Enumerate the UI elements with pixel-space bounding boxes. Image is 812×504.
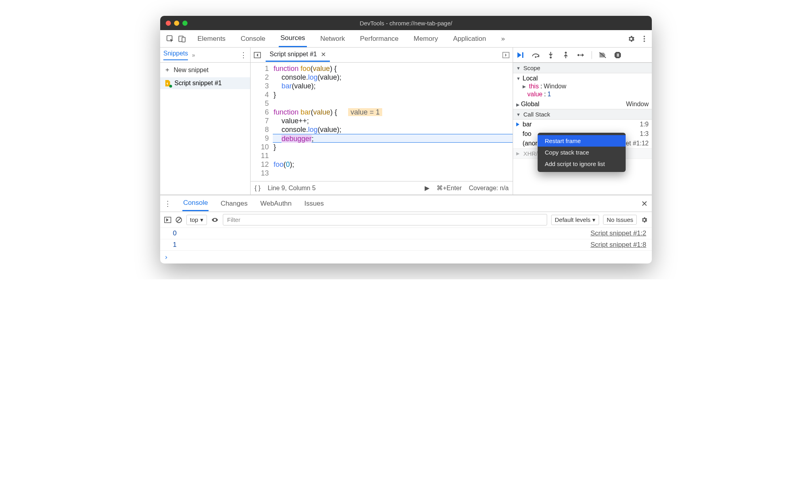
chevron-down-icon: ▾ [592,216,596,223]
live-expression-icon[interactable] [211,217,219,223]
new-snippet-label: New snippet [174,67,209,74]
svg-point-5 [643,40,645,42]
drawer: ⋮ Console Changes WebAuthn Issues ✕ top▾… [160,195,652,263]
plus-icon: ＋ [164,66,170,74]
sources-content: Snippets » ⋮ ＋ New snippet Script snippe… [160,48,652,195]
scope-section-header[interactable]: ▼Scope [513,63,652,73]
more-navigator-tabs-icon[interactable]: » [192,52,195,58]
svg-rect-8 [522,52,523,58]
window-title: DevTools - chrome://new-tab-page/ [160,20,652,27]
editor-file-label: Script snippet #1 [270,51,317,58]
code-editor[interactable]: 12345678910111213 function foo(value) { … [251,63,513,181]
tab-elements[interactable]: Elements [196,31,227,47]
tab-application[interactable]: Application [452,31,488,47]
toggle-debugger-icon[interactable] [502,52,510,59]
deactivate-breakpoints-icon[interactable] [598,52,608,59]
svg-point-10 [550,56,552,58]
svg-point-11 [565,52,567,53]
tab-console[interactable]: Console [239,31,267,47]
step-icon[interactable] [576,52,586,58]
svg-point-9 [535,56,536,58]
console-body: 0Script snippet #1:2 1Script snippet #1:… [160,228,652,263]
navigator-menu-icon[interactable]: ⋮ [240,51,247,59]
scope-global[interactable]: ▶GlobalWindow [513,99,652,109]
tab-performance[interactable]: Performance [358,31,400,47]
drawer-tab-console[interactable]: Console [182,196,209,211]
svg-rect-2 [182,37,185,42]
console-settings-icon[interactable] [641,216,648,223]
device-toggle-icon[interactable] [176,33,188,45]
pause-exceptions-icon[interactable] [613,52,623,59]
tab-network[interactable]: Network [319,31,347,47]
drawer-menu-icon[interactable]: ⋮ [164,199,171,208]
console-filter-input[interactable]: Filter [223,214,547,225]
stack-frame-bar[interactable]: bar1:9 [513,120,652,129]
log-levels-selector[interactable]: Default levels▾ [551,215,599,225]
tab-memory[interactable]: Memory [412,31,439,47]
scope-this[interactable]: ▶this: Window [516,82,649,90]
context-menu: Restart frame Copy stack trace Add scrip… [538,133,626,172]
snippet-file-label: Script snippet #1 [174,80,222,87]
devtools-window: DevTools - chrome://new-tab-page/ Elemen… [160,16,652,263]
console-log-row[interactable]: 1Script snippet #1:8 [160,239,652,251]
snippet-file-item[interactable]: Script snippet #1 [160,77,250,89]
main-toolbar: Elements Console Sources Network Perform… [160,30,652,48]
ctx-copy-stack-trace[interactable]: Copy stack trace [538,147,626,158]
drawer-tab-changes[interactable]: Changes [220,197,248,211]
settings-icon[interactable] [627,35,635,43]
new-snippet-button[interactable]: ＋ New snippet [160,63,250,77]
resume-icon[interactable] [515,52,526,59]
tab-sources[interactable]: Sources [279,30,306,47]
chevron-down-icon: ▾ [200,216,203,223]
context-selector[interactable]: top▾ [186,215,207,225]
code-body: function foo(value) { console.log(value)… [273,63,513,181]
main-tabstrip: Elements Console Sources Network Perform… [196,30,627,47]
cursor-position: Line 9, Column 5 [268,185,316,192]
run-shortcut-label: ⌘+Enter [437,184,462,192]
drawer-tab-issues[interactable]: Issues [304,197,325,211]
console-log-row[interactable]: 0Script snippet #1:2 [160,228,652,239]
svg-point-12 [578,54,580,56]
toggle-navigator-icon[interactable] [253,52,262,59]
svg-point-3 [643,36,645,37]
log-source-link[interactable]: Script snippet #1:8 [590,241,646,249]
debugger-pane: ▼Scope ▼Local ▶this: Window value: 1 ▶Gl… [513,48,652,195]
console-toolbar: top▾ Filter Default levels▾ No Issues [160,212,652,228]
line-gutter: 12345678910111213 [251,63,273,181]
step-out-icon[interactable] [561,52,571,59]
editor-footer: { } Line 9, Column 5 ▶ ⌘+Enter Coverage:… [251,181,513,195]
svg-point-4 [643,38,645,40]
clear-console-icon[interactable] [175,216,182,223]
scope-value: value: 1 [516,90,649,98]
close-tab-icon[interactable]: ✕ [321,51,326,58]
step-into-icon[interactable] [546,52,556,59]
inspect-icon[interactable] [164,33,176,45]
no-issues-button[interactable]: No Issues [603,215,637,225]
navigator-pane: Snippets » ⋮ ＋ New snippet Script snippe… [160,48,251,195]
editor-pane: Script snippet #1 ✕ 12345678910111213 fu… [251,48,513,195]
drawer-close-icon[interactable]: ✕ [641,199,648,208]
more-tabs-icon[interactable]: » [500,31,506,47]
titlebar: DevTools - chrome://new-tab-page/ [160,16,652,30]
console-prompt[interactable]: › [160,251,652,263]
callstack-section-header[interactable]: ▼Call Stack [513,109,652,120]
debugger-toolbar [513,48,652,63]
svg-rect-14 [618,53,619,57]
pretty-print-icon[interactable]: { } [255,185,260,192]
step-over-icon[interactable] [530,52,541,59]
console-sidebar-icon[interactable] [164,216,171,223]
drawer-tab-webauthn[interactable]: WebAuthn [259,197,292,211]
kebab-menu-icon[interactable] [641,35,648,42]
run-snippet-icon[interactable]: ▶ [425,184,429,192]
coverage-label: Coverage: n/a [469,185,509,192]
svg-rect-13 [617,53,618,57]
snippets-tab[interactable]: Snippets [163,50,188,60]
log-source-link[interactable]: Script snippet #1:2 [590,229,646,237]
scope-local[interactable]: ▼Local [516,74,649,82]
inline-value-hint: value = 1 [348,108,382,116]
ctx-restart-frame[interactable]: Restart frame [538,135,626,147]
ctx-add-ignore-list[interactable]: Add script to ignore list [538,158,626,170]
snippet-file-icon [164,80,171,87]
editor-file-tab[interactable]: Script snippet #1 ✕ [266,48,330,62]
